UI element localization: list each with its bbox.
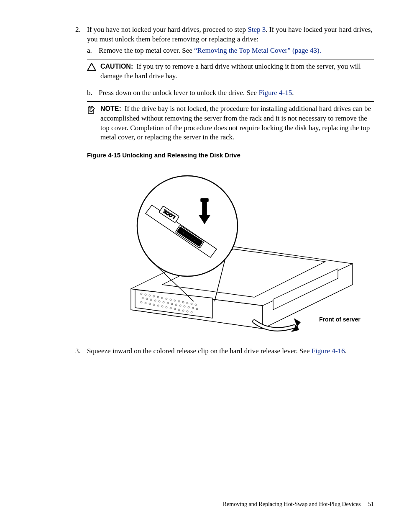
- step-2a-body: Remove the top metal cover. See “Removin…: [99, 46, 374, 56]
- link-step-3[interactable]: Step 3: [248, 26, 266, 33]
- svg-point-54: [137, 176, 238, 276]
- step-3: 3. Squeeze inward on the colored release…: [75, 347, 374, 356]
- svg-rect-63: [202, 201, 207, 215]
- step-2b-letter: b.: [87, 88, 99, 98]
- step-3-text-b: .: [345, 347, 346, 355]
- content-column: 2. If you have not locked your hard driv…: [75, 25, 374, 356]
- step-2a: a. Remove the top metal cover. See “Remo…: [87, 46, 374, 56]
- step-2a-text-a: Remove the top metal cover. See: [99, 46, 194, 54]
- caution-text: If you try to remove a hard drive withou…: [100, 62, 361, 80]
- footer-section: Removing and Replacing Hot-Swap and Hot-…: [223, 501, 361, 507]
- page: 2. If you have not locked your hard driv…: [0, 0, 399, 532]
- note-text-block: NOTE:If the drive bay is not locked, the…: [100, 104, 374, 143]
- note-callout: NOTE:If the drive bay is not locked, the…: [87, 101, 374, 146]
- step-2-cont: b. Press down on the unlock lever to unl…: [75, 87, 374, 98]
- step-2-body: If you have not locked your hard drives,…: [87, 25, 374, 56]
- figure-4-15: LOCK UNLOCK: [87, 163, 374, 339]
- step-2b: b. Press down on the unlock lever to unl…: [87, 88, 374, 98]
- step-3-body: Squeeze inward on the colored release cl…: [87, 347, 374, 356]
- note-pencil-icon: [87, 104, 100, 143]
- svg-rect-65: [201, 198, 208, 202]
- step-3-text-a: Squeeze inward on the colored release cl…: [87, 347, 312, 355]
- step-2a-letter: a.: [87, 46, 99, 56]
- step-2-number: 2.: [75, 25, 87, 56]
- svg-marker-0: [87, 63, 96, 71]
- link-figure-4-15[interactable]: Figure 4-15: [258, 89, 292, 97]
- note-text: If the drive bay is not locked, the proc…: [100, 105, 371, 141]
- step-2-text-a: If you have not locked your hard drives,…: [87, 26, 248, 33]
- caution-label: CAUTION:: [100, 63, 133, 70]
- step-3-number: 3.: [75, 347, 87, 356]
- figure-front-label: Front of server: [319, 316, 361, 323]
- step-2b-body: Press down on the unlock lever to unlock…: [99, 88, 374, 98]
- step-2: 2. If you have not locked your hard driv…: [75, 25, 374, 56]
- caution-text-block: CAUTION:If you try to remove a hard driv…: [100, 62, 374, 81]
- link-removing-top-cover[interactable]: “Removing the Top Metal Cover” (page 43)…: [194, 46, 321, 54]
- step-2b-text-a: Press down on the unlock lever to unlock…: [99, 89, 258, 97]
- page-footer: Removing and Replacing Hot-Swap and Hot-…: [223, 501, 374, 509]
- link-figure-4-16[interactable]: Figure 4-16: [312, 347, 345, 355]
- warning-triangle-icon: [87, 62, 100, 81]
- caution-callout: CAUTION:If you try to remove a hard driv…: [87, 59, 374, 84]
- footer-page-number: 51: [368, 501, 374, 507]
- figure-4-15-caption: Figure 4-15 Unlocking and Releasing the …: [87, 151, 374, 159]
- note-label: NOTE:: [100, 105, 121, 112]
- step-2b-text-b: .: [292, 89, 294, 97]
